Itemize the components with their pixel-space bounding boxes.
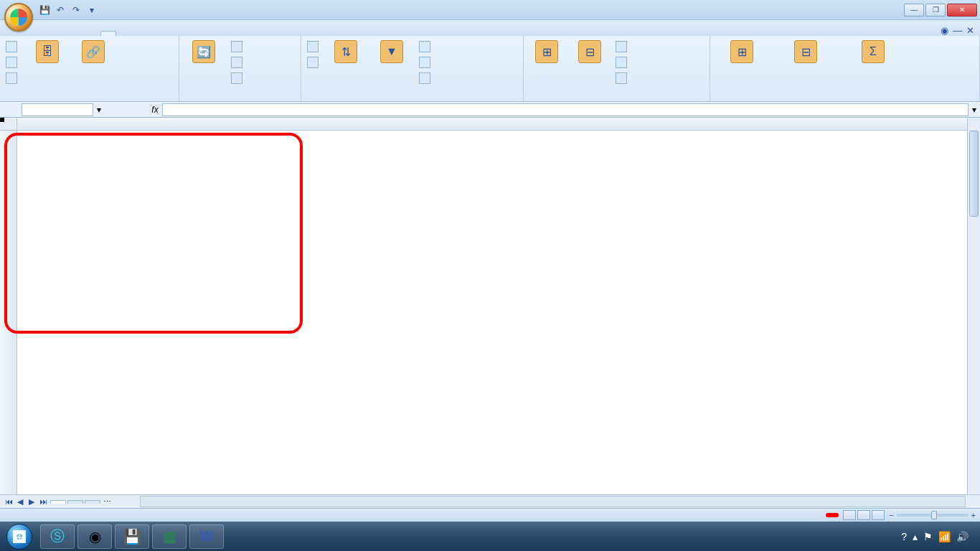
edit-links-icon	[231, 72, 242, 84]
sort-az-icon	[307, 41, 319, 52]
tab-review[interactable]	[116, 31, 132, 36]
sheet-nav-last-icon[interactable]: ⏭	[37, 497, 49, 507]
tray-sound-icon[interactable]: 🔊	[956, 531, 969, 542]
formula-expand-icon[interactable]: ▾	[969, 105, 980, 115]
tab-page-layout[interactable]	[69, 31, 85, 36]
web-icon	[6, 57, 17, 68]
task-word[interactable]: W	[189, 524, 224, 549]
view-page-break-button[interactable]	[872, 510, 885, 520]
whatif-icon	[616, 72, 627, 84]
qat-undo-icon[interactable]: ↶	[53, 3, 67, 17]
ungroup-button[interactable]: ⊟	[773, 39, 838, 89]
tray-up-icon[interactable]: ▴	[913, 531, 918, 542]
from-web-button[interactable]	[3, 55, 23, 70]
connections-button[interactable]	[228, 39, 248, 55]
view-normal-button[interactable]	[843, 510, 856, 520]
connections-icon	[231, 41, 242, 52]
from-access-button[interactable]	[3, 39, 23, 55]
dedup-icon: ⊟	[578, 40, 601, 63]
qat-save-icon[interactable]: 💾	[37, 3, 52, 17]
reapply-icon	[419, 57, 430, 68]
minimize-button[interactable]: —	[904, 4, 924, 17]
zoom-slider[interactable]	[897, 514, 969, 517]
filter-icon: ▼	[380, 40, 403, 63]
ribbon-tabs: ◉ — ✕	[0, 20, 980, 36]
tab-view[interactable]	[132, 31, 148, 36]
properties-icon	[231, 57, 242, 68]
qat-redo-icon[interactable]: ↷	[69, 3, 83, 17]
from-text-button[interactable]	[3, 70, 23, 86]
advanced-filter-button[interactable]	[416, 70, 436, 86]
close-button[interactable]: ✕	[947, 4, 977, 17]
clear-icon	[419, 41, 430, 52]
sheet-tab-1[interactable]	[50, 500, 66, 504]
other-sources-button[interactable]: 🗄	[26, 39, 69, 89]
text-to-columns-button[interactable]: ⊞	[527, 39, 567, 89]
task-excel[interactable]: ▦	[152, 524, 187, 549]
refresh-all-button[interactable]: 🔄	[182, 39, 225, 89]
vertical-scrollbar[interactable]	[967, 118, 980, 508]
edit-links-button	[228, 70, 248, 86]
sheet-tab-3[interactable]	[85, 500, 100, 504]
task-chrome[interactable]: ◉	[77, 524, 112, 549]
sheet-nav-next-icon[interactable]: ▶	[26, 497, 37, 507]
select-all-corner[interactable]	[0, 118, 17, 131]
tray-flag-icon[interactable]: ⚑	[923, 531, 933, 542]
sheet-nav-prev-icon[interactable]: ◀	[14, 497, 26, 507]
office-button[interactable]	[4, 3, 33, 32]
group-icon: ⊞	[730, 40, 753, 63]
name-box[interactable]	[22, 103, 93, 116]
horizontal-scrollbar[interactable]	[140, 496, 966, 507]
minimize-ribbon-icon[interactable]: —	[953, 25, 962, 36]
new-sheet-icon[interactable]: ⋯	[103, 497, 111, 507]
tab-home[interactable]	[37, 31, 53, 36]
remove-duplicates-button[interactable]: ⊟	[570, 39, 610, 89]
data-validation-button[interactable]	[613, 39, 633, 55]
other-sources-icon: 🗄	[36, 40, 59, 63]
scrollbar-thumb[interactable]	[969, 131, 979, 217]
maximize-button[interactable]: ❐	[925, 4, 946, 17]
sort-za-button[interactable]	[304, 55, 321, 70]
existing-connections-button[interactable]: 🔗	[72, 39, 115, 89]
sort-az-button[interactable]	[304, 39, 321, 55]
properties-button	[228, 55, 248, 70]
ribbon-close-icon[interactable]: ✕	[966, 25, 974, 36]
access-icon	[6, 41, 17, 52]
tab-insert[interactable]	[53, 31, 69, 36]
ttc-icon: ⊞	[535, 40, 558, 63]
taskbar: Ⓢ ◉ 💾 ▦ W ? ▴ ⚑ 📶 🔊	[0, 522, 980, 551]
subtotal-button[interactable]: Σ	[841, 39, 905, 89]
sheet-tab-2[interactable]	[67, 500, 83, 504]
tray-network-icon[interactable]: 📶	[938, 531, 951, 542]
column-headers	[17, 118, 967, 131]
zoom-out-button[interactable]: −	[889, 511, 893, 519]
zoom-slider-thumb[interactable]	[931, 511, 937, 519]
ungroup-icon: ⊟	[794, 40, 817, 63]
reapply-button	[416, 55, 436, 70]
help-icon[interactable]: ◉	[941, 25, 948, 36]
sheet-nav-first-icon[interactable]: ⏮	[3, 497, 14, 507]
subtotal-icon: Σ	[862, 40, 885, 63]
advanced-icon	[419, 72, 430, 84]
zoom-in-button[interactable]: +	[971, 511, 976, 519]
start-button[interactable]	[0, 522, 39, 551]
filter-button[interactable]: ▼	[370, 39, 413, 89]
fx-button[interactable]: fx	[148, 105, 162, 115]
qat-dropdown-icon[interactable]: ▾	[85, 3, 99, 17]
what-if-button[interactable]	[613, 70, 633, 86]
tab-formulas[interactable]	[85, 31, 100, 36]
validation-icon	[616, 41, 627, 52]
tray-help-icon[interactable]: ?	[901, 531, 907, 542]
task-save[interactable]: 💾	[115, 524, 149, 549]
sort-za-icon	[307, 57, 319, 68]
tab-data[interactable]	[100, 31, 116, 36]
sort-icon: ⇅	[334, 40, 357, 63]
sort-button[interactable]: ⇅	[324, 39, 367, 89]
task-skype[interactable]: Ⓢ	[40, 524, 75, 549]
formula-bar[interactable]	[162, 103, 969, 116]
group-button[interactable]: ⊞	[713, 39, 771, 89]
spreadsheet-grid[interactable]	[17, 131, 967, 508]
name-box-dropdown-icon[interactable]: ▾	[93, 105, 105, 115]
view-page-layout-button[interactable]	[857, 510, 870, 520]
consolidate-button[interactable]	[613, 55, 633, 70]
